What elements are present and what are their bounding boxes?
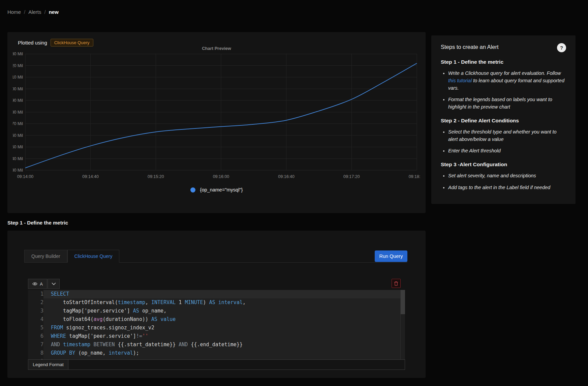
- eye-icon: [32, 282, 37, 286]
- steps-panel-title: Steps to create an Alert: [441, 44, 499, 50]
- svg-text:350 Mil: 350 Mil: [13, 145, 23, 149]
- step-heading: Step 1 - Define the metric: [441, 59, 566, 65]
- line-number: 2: [28, 298, 43, 307]
- code-line: 4 toFloat64(avg(durationNano)) AS value: [28, 315, 405, 324]
- run-query-button[interactable]: Run Query: [375, 250, 407, 262]
- code-line: 9: [28, 357, 405, 359]
- svg-text:410 Mil: 410 Mil: [13, 75, 23, 80]
- line-number: 6: [28, 332, 43, 340]
- svg-text:420 Mil: 420 Mil: [13, 63, 23, 68]
- query-visibility-button[interactable]: A: [28, 279, 47, 289]
- step-bullet: Write a Clickhouse query for alert evalu…: [448, 70, 566, 92]
- delete-query-button[interactable]: [392, 279, 401, 288]
- step-bullet: Format the legends based on labels you w…: [448, 96, 566, 111]
- svg-text:360 Mil: 360 Mil: [13, 133, 23, 138]
- steps-help-panel: Steps to create an Alert ? Step 1 - Defi…: [431, 35, 576, 204]
- svg-text:09:16:00: 09:16:00: [213, 174, 229, 179]
- code-editor-area[interactable]: 1SELECT2 toStartOfInterval(timestamp, IN…: [28, 290, 405, 359]
- svg-text:370 Mil: 370 Mil: [13, 121, 23, 126]
- code-line: 1SELECT: [28, 290, 405, 298]
- tutorial-link[interactable]: this tutorial: [448, 78, 472, 83]
- metric-definition-panel: Query BuilderClickHouse Query Run Query …: [7, 231, 426, 378]
- line-number: 1: [28, 290, 43, 298]
- breadcrumb-separator: /: [24, 9, 25, 15]
- svg-text:340 Mil: 340 Mil: [13, 156, 23, 161]
- line-number: 9: [28, 357, 43, 359]
- chart-legend[interactable]: {op_name="mysql"}: [7, 187, 426, 192]
- chevron-down-icon: [52, 283, 56, 285]
- svg-text:430 Mil: 430 Mil: [13, 52, 23, 56]
- line-number: 8: [28, 349, 43, 357]
- code-line: 8GROUP BY (op_name, interval);: [28, 349, 405, 357]
- line-number: 5: [28, 324, 43, 332]
- alert-creation-page: Home/Alerts/new Plotted using ClickHouse…: [0, 0, 588, 386]
- steps-sections: Step 1 - Define the metricWrite a Clickh…: [441, 59, 566, 191]
- line-number: 4: [28, 315, 43, 324]
- breadcrumb-separator: /: [44, 9, 46, 15]
- clickhouse-query-badge: ClickHouse Query: [51, 39, 93, 47]
- plotted-using-label: Plotted using: [18, 40, 47, 46]
- editor-scrollbar[interactable]: [400, 290, 405, 359]
- step-bullet: Add tags to the alert in the Label field…: [448, 184, 566, 191]
- breadcrumb-item[interactable]: Alerts: [28, 9, 41, 15]
- metric-section-heading: Step 1 - Define the metric: [7, 220, 68, 226]
- tab-bar: Query BuilderClickHouse Query: [24, 250, 119, 263]
- legend-format-label: Legend Format: [28, 359, 68, 370]
- breadcrumb-item[interactable]: Home: [7, 9, 21, 15]
- chart-preview-panel: Plotted using ClickHouse Query Chart Pre…: [7, 32, 426, 213]
- svg-text:09:16:40: 09:16:40: [278, 174, 295, 179]
- bullet-text: Format the legends based on labels you w…: [448, 97, 552, 110]
- line-number: 7: [28, 340, 43, 349]
- collapse-query-button[interactable]: [48, 279, 60, 289]
- code-lines: 1SELECT2 toStartOfInterval(timestamp, IN…: [28, 290, 405, 359]
- svg-text:09:15:20: 09:15:20: [148, 174, 164, 179]
- bullet-text: Enter the Alert threshold: [448, 148, 501, 153]
- svg-text:390 Mil: 390 Mil: [13, 98, 23, 103]
- step-bullet: Set alert severity, name and description…: [448, 172, 566, 180]
- tab-query-builder[interactable]: Query Builder: [24, 250, 67, 263]
- step-bullet-list: Set alert severity, name and description…: [441, 172, 566, 191]
- help-icon[interactable]: ?: [557, 43, 566, 52]
- step-bullet: Enter the Alert threshold: [448, 147, 566, 155]
- scrollbar-thumb[interactable]: [401, 290, 405, 314]
- svg-text:400 Mil: 400 Mil: [13, 87, 23, 91]
- code-line: 3 tagMap['peer.service'] AS op_name,: [28, 307, 405, 315]
- breadcrumb: Home/Alerts/new: [7, 9, 59, 15]
- step-bullet-list: Write a Clickhouse query for alert evalu…: [441, 70, 566, 111]
- legend-format-input[interactable]: [68, 359, 405, 370]
- svg-text:09:14:00: 09:14:00: [17, 174, 34, 179]
- svg-text:09:14:40: 09:14:40: [82, 174, 99, 179]
- tab-clickhouse-query[interactable]: ClickHouse Query: [67, 250, 120, 263]
- code-line: 2 toStartOfInterval(timestamp, INTERVAL …: [28, 298, 405, 307]
- code-line: 7AND timestamp BETWEEN {{.start_datetime…: [28, 340, 405, 349]
- svg-text:09:17:20: 09:17:20: [343, 174, 360, 179]
- step-bullet: Select the threshold type and whether yo…: [448, 128, 566, 143]
- code-line: 6WHERE tagMap['peer.service']!='': [28, 332, 405, 340]
- bullet-text: Write a Clickhouse query for alert evalu…: [448, 70, 561, 76]
- bullet-text: Set alert severity, name and description…: [448, 173, 536, 178]
- query-editor: A 1SELECT2 toStartOfInterval(timestamp,: [28, 279, 405, 370]
- chart-svg: 430 Mil420 Mil410 Mil400 Mil390 Mil380 M…: [13, 51, 420, 184]
- step-bullet-list: Select the threshold type and whether yo…: [441, 128, 566, 155]
- svg-text:330 Mil: 330 Mil: [13, 168, 23, 173]
- bullet-text: Add tags to the alert in the Label field…: [448, 185, 550, 190]
- query-letter: A: [40, 281, 43, 287]
- code-line: 5FROM signoz_traces.signoz_index_v2: [28, 324, 405, 332]
- line-number: 3: [28, 307, 43, 315]
- breadcrumb-item: new: [49, 9, 59, 15]
- step-heading: Step 2 - Define Alert Conditions: [441, 118, 566, 124]
- step-heading: Step 3 -Alert Configuration: [441, 161, 566, 168]
- svg-text:380 Mil: 380 Mil: [13, 110, 23, 115]
- bullet-text: Select the threshold type and whether yo…: [448, 129, 557, 142]
- svg-text:09:18:00: 09:18:00: [409, 174, 420, 179]
- legend-series-dot: [190, 187, 195, 192]
- chart-title: Chart Preview: [7, 46, 426, 51]
- trash-icon: [394, 281, 398, 286]
- legend-series-label: {op_name="mysql"}: [200, 187, 243, 192]
